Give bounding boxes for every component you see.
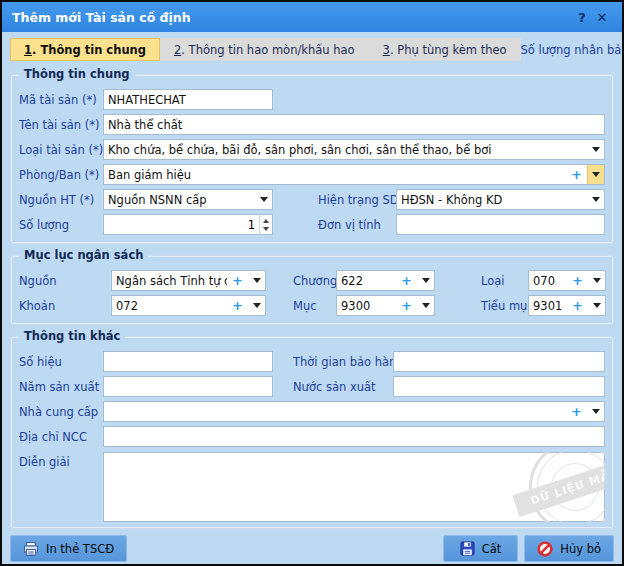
chevron-down-icon[interactable]: [417, 296, 434, 315]
production-country-label: Nước sản xuất: [293, 380, 393, 394]
clause-label: Khoản: [19, 299, 111, 313]
group-thong-tin-chung: Thông tin chung Mã tài sản (*) Tên tài s…: [10, 74, 614, 244]
category-combo[interactable]: 070 +: [528, 270, 606, 291]
chevron-down-icon[interactable]: [255, 190, 272, 209]
tab-phu-tung-kem-theo[interactable]: 3. Phụ tùng kèm theo: [369, 38, 521, 61]
group-muc-luc-ngan-sach: Mục lục ngân sách Nguồn Ngân sách Tỉnh t…: [10, 255, 614, 325]
unit-label: Đơn vị tính: [318, 218, 396, 232]
chapter-label: Chương: [293, 274, 336, 288]
add-icon[interactable]: +: [566, 405, 587, 418]
printer-icon: [23, 541, 39, 557]
supplier-address-input[interactable]: [103, 426, 605, 447]
spinner-up-icon[interactable]: [263, 219, 269, 223]
cancel-icon: [537, 541, 553, 557]
title-bar: Thêm mới Tài sản cố định ? ✕: [2, 2, 622, 32]
chevron-down-icon[interactable]: [248, 271, 265, 290]
dialog-window: Thêm mới Tài sản cố định ? ✕ 1. Thông ti…: [0, 0, 624, 566]
tab-label: . Phụ tùng kèm theo: [390, 43, 507, 57]
footer-bar: In thẻ TSCĐ Cất: [2, 529, 622, 566]
close-button[interactable]: ✕: [592, 10, 612, 25]
supplier-combo[interactable]: +: [103, 401, 605, 422]
chevron-down-icon[interactable]: [588, 296, 605, 315]
add-icon[interactable]: +: [567, 274, 588, 287]
tab-strip: 1. Thông tin chung 2. Thông tin hao mòn/…: [2, 32, 622, 63]
usage-status-label: Hiện trạng SD: [318, 193, 396, 207]
clause-combo[interactable]: 072 +: [111, 295, 266, 316]
chevron-down-icon[interactable]: [588, 271, 605, 290]
chevron-down-icon[interactable]: [248, 296, 265, 315]
window-title: Thêm mới Tài sản cố định: [12, 10, 572, 25]
group-title: Thông tin chung: [19, 67, 135, 81]
warranty-period-input[interactable]: [393, 351, 605, 372]
tab-mnemonic: 3: [383, 43, 390, 57]
clone-count-label: Số lượng nhân bản: [521, 43, 624, 57]
chapter-combo[interactable]: 622 +: [336, 270, 435, 291]
save-icon: [460, 541, 475, 556]
production-country-input[interactable]: [393, 376, 605, 397]
quantity-spinner[interactable]: [259, 215, 272, 234]
chevron-down-icon[interactable]: [587, 402, 604, 421]
unit-input[interactable]: [396, 214, 605, 235]
help-button[interactable]: ?: [572, 10, 592, 25]
add-icon[interactable]: +: [396, 299, 417, 312]
chevron-down-icon[interactable]: [587, 190, 604, 209]
asset-name-label: Tên tài sản (*): [19, 118, 103, 132]
quantity-label: Số lượng: [19, 218, 103, 232]
save-label: Cất: [482, 542, 502, 556]
category-label: Loại: [481, 274, 528, 288]
department-combo[interactable]: Ban giám hiệu +: [103, 164, 605, 185]
chevron-down-icon[interactable]: [417, 271, 434, 290]
cancel-label: Hủy bỏ: [560, 542, 601, 556]
funding-source-label: Nguồn HT (*): [19, 193, 103, 207]
print-card-label: In thẻ TSCĐ: [46, 542, 114, 556]
tab-label: . Thông tin chung: [32, 43, 146, 57]
asset-code-label: Mã tài sản (*): [19, 93, 103, 107]
asset-type-label: Loại tài sản (*): [19, 143, 103, 157]
supplier-address-label: Địa chỉ NCC: [19, 430, 103, 444]
add-icon[interactable]: +: [396, 274, 417, 287]
serial-number-label: Số hiệu: [19, 355, 103, 369]
group-thong-tin-khac: Thông tin khác Số hiệu Thời gian bảo hàn…: [10, 336, 614, 529]
print-card-button[interactable]: In thẻ TSCĐ: [10, 535, 127, 562]
add-icon[interactable]: +: [566, 168, 587, 181]
budget-source-combo[interactable]: Ngân sách Tỉnh tự chủ +: [111, 270, 266, 291]
supplier-label: Nhà cung cấp: [19, 405, 103, 419]
production-year-label: Năm sản xuất: [19, 380, 103, 394]
quantity-input[interactable]: [103, 214, 273, 235]
clone-count-group: Số lượng nhân bản: [521, 39, 624, 60]
group-title: Thông tin khác: [19, 329, 125, 343]
funding-source-combo[interactable]: Nguồn NSNN cấp: [103, 189, 273, 210]
warranty-period-label: Thời gian bảo hành: [293, 355, 393, 369]
item-label: Mục: [293, 299, 336, 313]
chevron-down-icon[interactable]: [587, 140, 604, 159]
production-year-input[interactable]: [103, 376, 273, 397]
add-icon[interactable]: +: [227, 274, 248, 287]
tab-label: . Thông tin hao mòn/khấu hao: [181, 43, 354, 57]
cancel-button[interactable]: Hủy bỏ: [524, 535, 614, 562]
serial-number-input[interactable]: [103, 351, 273, 372]
description-label: Diễn giải: [19, 452, 103, 469]
department-label: Phòng/Ban (*): [19, 168, 103, 182]
asset-code-input[interactable]: [103, 89, 273, 110]
subitem-label: Tiểu mục: [481, 299, 528, 313]
group-title: Mục lục ngân sách: [19, 248, 148, 262]
save-button[interactable]: Cất: [443, 535, 519, 562]
chevron-down-icon[interactable]: [587, 165, 604, 184]
item-combo[interactable]: 9300 +: [336, 295, 435, 316]
tab-thong-tin-chung[interactable]: 1. Thông tin chung: [10, 38, 160, 61]
add-icon[interactable]: +: [567, 299, 588, 312]
tab-mnemonic: 1: [24, 43, 32, 57]
spinner-down-icon[interactable]: [263, 227, 269, 231]
asset-type-combo[interactable]: Kho chứa, bể chứa, bãi đỗ, sân phơi, sân…: [103, 139, 605, 160]
subitem-combo[interactable]: 9301 +: [528, 295, 606, 316]
budget-source-label: Nguồn: [19, 274, 111, 288]
description-textarea[interactable]: [103, 452, 605, 522]
add-icon[interactable]: +: [227, 299, 248, 312]
tab-mnemonic: 2: [174, 43, 181, 57]
asset-name-input[interactable]: [103, 114, 605, 135]
usage-status-combo[interactable]: HĐSN - Không KD: [396, 189, 605, 210]
tab-hao-mon-khau-hao[interactable]: 2. Thông tin hao mòn/khấu hao: [160, 38, 369, 61]
